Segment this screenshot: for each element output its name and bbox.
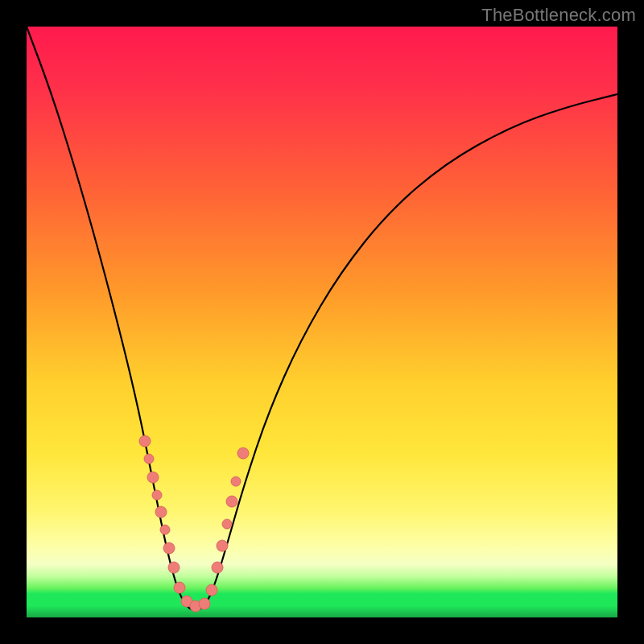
- curve-marker: [226, 496, 237, 507]
- curve-marker: [147, 472, 159, 483]
- curve-marker: [163, 543, 175, 554]
- curve-marker: [212, 562, 223, 573]
- curve-marker: [231, 477, 241, 486]
- curve-marker: [222, 519, 232, 529]
- curve-marker: [144, 454, 154, 464]
- curve-marker: [199, 598, 210, 609]
- curve-marker: [139, 436, 151, 447]
- curve-layer: [27, 27, 617, 617]
- curve-marker: [174, 582, 185, 593]
- curve-marker: [155, 506, 167, 518]
- bottleneck-curve: [27, 27, 617, 610]
- curve-marker: [206, 584, 217, 596]
- watermark-text: TheBottleneck.com: [481, 5, 636, 26]
- curve-marker: [160, 525, 170, 535]
- curve-marker: [152, 490, 162, 500]
- curve-marker: [217, 540, 228, 551]
- curve-marker: [168, 562, 180, 573]
- chart-frame: TheBottleneck.com: [0, 0, 644, 644]
- curve-marker: [237, 448, 249, 459]
